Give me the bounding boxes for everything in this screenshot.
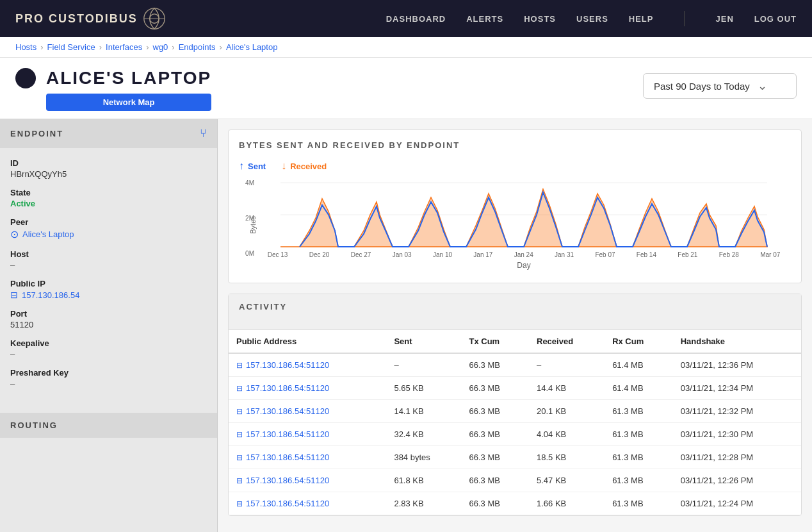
- breadcrumb: Hosts › Field Service › Interfaces › wg0…: [0, 37, 812, 58]
- breadcrumb-endpoints[interactable]: Endpoints: [179, 42, 216, 52]
- sent-arrow-icon: ↑: [239, 160, 244, 172]
- public-ip-text: 157.130.186.54: [22, 290, 79, 300]
- port-value: 51120: [10, 320, 207, 329]
- peer-value: ⊙ Alice's Laptop: [10, 228, 207, 240]
- bytes-chart-svg: [257, 179, 791, 250]
- state-label: State: [10, 188, 207, 197]
- nav-help[interactable]: HELP: [629, 14, 654, 24]
- nav-alerts[interactable]: ALERTS: [466, 14, 503, 24]
- state-value: Active: [10, 199, 207, 208]
- activity-address-1: ⊟ 157.130.186.54:51120: [229, 377, 386, 400]
- breadcrumb-sep-3: ›: [146, 42, 149, 52]
- routing-section-header: ROUTING: [0, 413, 217, 438]
- table-row: ⊟ 157.130.186.54:51120 – 66.3 MB – 61.4 …: [229, 353, 801, 377]
- breadcrumb-field-service[interactable]: Field Service: [47, 42, 95, 52]
- public-ip-link[interactable]: ⊟ 157.130.186.54: [10, 290, 207, 300]
- activity-header: ACTIVITY: [229, 294, 801, 330]
- activity-rx-cum-6: 61.3 MB: [605, 492, 673, 515]
- activity-handshake-1: 03/11/21, 12:34 PM: [673, 377, 801, 400]
- chart-title: BYTES SENT AND RECEIVED BY ENDPOINT: [239, 140, 791, 150]
- x-jan10: Jan 10: [433, 251, 452, 258]
- address-ip-icon-4: ⊟: [236, 453, 243, 462]
- page-title-row: ALICE'S LAPTOP: [15, 68, 211, 88]
- address-link-6[interactable]: ⊟ 157.130.186.54:51120: [236, 499, 378, 508]
- address-ip-icon-3: ⊟: [236, 430, 243, 439]
- nav-dashboard[interactable]: DASHBOARD: [386, 14, 446, 24]
- address-link-4[interactable]: ⊟ 157.130.186.54:51120: [236, 453, 378, 462]
- activity-tx-cum-6: 66.3 MB: [462, 492, 530, 515]
- activity-tx-cum-5: 66.3 MB: [462, 469, 530, 492]
- breadcrumb-interfaces[interactable]: Interfaces: [106, 42, 142, 52]
- id-value: HBrnXQQyYh5: [10, 169, 207, 179]
- table-row: ⊟ 157.130.186.54:51120 2.83 KB 66.3 MB 1…: [229, 492, 801, 515]
- endpoint-status-icon: [15, 68, 36, 88]
- address-link-1[interactable]: ⊟ 157.130.186.54:51120: [236, 383, 378, 393]
- endpoint-section-header: ENDPOINT ⑂: [0, 119, 217, 148]
- activity-received-1: 14.4 KB: [529, 377, 605, 400]
- table-row: ⊟ 157.130.186.54:51120 14.1 KB 66.3 MB 2…: [229, 400, 801, 423]
- table-row: ⊟ 157.130.186.54:51120 384 bytes 66.3 MB…: [229, 446, 801, 469]
- routing-title: ROUTING: [10, 420, 58, 430]
- logo: Pro Custodibus: [15, 7, 166, 30]
- nav-logout[interactable]: LOG OUT: [754, 14, 797, 24]
- activity-rx-cum-1: 61.4 MB: [605, 377, 673, 400]
- address-link-5[interactable]: ⊟ 157.130.186.54:51120: [236, 476, 378, 485]
- breadcrumb-current: Alice's Laptop: [226, 42, 278, 52]
- legend-received[interactable]: ↓ Received: [281, 160, 327, 172]
- page-title: ALICE'S LAPTOP: [46, 68, 211, 88]
- x-jan17: Jan 17: [473, 251, 492, 258]
- activity-rx-cum-2: 61.3 MB: [605, 400, 673, 423]
- x-feb07: Feb 07: [595, 251, 615, 258]
- nav-users[interactable]: USERS: [576, 14, 608, 24]
- col-tx-cum: Tx Cum: [462, 330, 530, 353]
- x-dec27: Dec 27: [351, 251, 371, 258]
- address-link-2[interactable]: ⊟ 157.130.186.54:51120: [236, 406, 378, 416]
- peer-icon: ⊙: [10, 228, 19, 240]
- legend-sent[interactable]: ↑ Sent: [239, 160, 266, 172]
- peer-label: Peer: [10, 217, 207, 227]
- x-dec13: Dec 13: [268, 251, 288, 258]
- nav-links: DASHBOARD ALERTS HOSTS USERS HELP JEN LO…: [386, 11, 797, 26]
- preshared-key-value: –: [10, 379, 207, 388]
- activity-handshake-0: 03/11/21, 12:36 PM: [673, 353, 801, 377]
- y-label-0m: 0M: [239, 250, 254, 257]
- activity-tx-cum-1: 66.3 MB: [462, 377, 530, 400]
- activity-received-5: 5.47 KB: [529, 469, 605, 492]
- network-map-button[interactable]: Network Map: [46, 94, 211, 111]
- top-nav: Pro Custodibus DASHBOARD ALERTS HOSTS US…: [0, 0, 812, 37]
- ip-icon: ⊟: [10, 290, 18, 300]
- address-ip-icon-2: ⊟: [236, 407, 243, 416]
- address-link-3[interactable]: ⊟ 157.130.186.54:51120: [236, 429, 378, 439]
- activity-sent-5: 61.8 KB: [386, 469, 461, 492]
- x-jan31: Jan 31: [555, 251, 574, 258]
- port-label: Port: [10, 309, 207, 319]
- activity-received-4: 18.5 KB: [529, 446, 605, 469]
- col-sent: Sent: [386, 330, 461, 353]
- chart-legend: ↑ Sent ↓ Received: [239, 160, 791, 172]
- address-ip-icon-0: ⊟: [236, 361, 243, 370]
- activity-sent-0: –: [386, 353, 461, 377]
- legend-sent-label: Sent: [248, 162, 266, 171]
- public-ip-label: Public IP: [10, 279, 207, 288]
- activity-tx-cum-3: 66.3 MB: [462, 423, 530, 446]
- activity-handshake-2: 03/11/21, 12:32 PM: [673, 400, 801, 423]
- keepalive-value: –: [10, 349, 207, 359]
- address-link-0[interactable]: ⊟ 157.130.186.54:51120: [236, 360, 378, 370]
- keepalive-label: Keepalive: [10, 338, 207, 348]
- x-feb21: Feb 21: [678, 251, 697, 258]
- breadcrumb-wg0[interactable]: wg0: [153, 42, 168, 52]
- table-row: ⊟ 157.130.186.54:51120 5.65 KB 66.3 MB 1…: [229, 377, 801, 400]
- col-public-address: Public Address: [229, 330, 386, 353]
- chart-section: BYTES SENT AND RECEIVED BY ENDPOINT ↑ Se…: [228, 129, 802, 283]
- date-range-dropdown[interactable]: Past 90 Days to Today ⌄: [643, 73, 797, 99]
- breadcrumb-sep-1: ›: [40, 42, 43, 52]
- breadcrumb-sep-2: ›: [99, 42, 102, 52]
- peer-link[interactable]: ⊙ Alice's Laptop: [10, 228, 207, 240]
- nav-hosts[interactable]: HOSTS: [524, 14, 556, 24]
- activity-received-2: 20.1 KB: [529, 400, 605, 423]
- y-axis-title: Bytes: [249, 216, 257, 234]
- activity-address-6: ⊟ 157.130.186.54:51120: [229, 492, 386, 515]
- x-axis-labels: Dec 13 Dec 20 Dec 27 Jan 03 Jan 10 Jan 1…: [257, 251, 791, 258]
- breadcrumb-hosts[interactable]: Hosts: [15, 42, 37, 52]
- nav-user[interactable]: JEN: [715, 14, 733, 24]
